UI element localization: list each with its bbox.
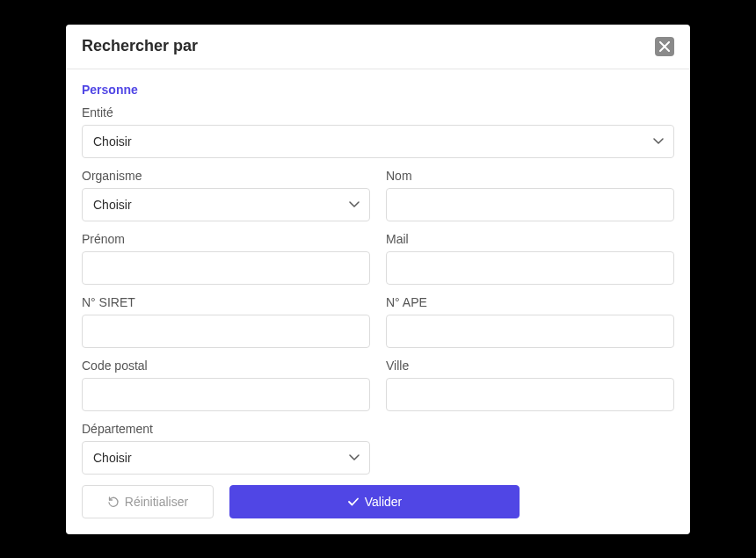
field-codepostal: Code postal (82, 359, 370, 411)
close-icon (659, 41, 670, 52)
select-departement[interactable]: Choisir (82, 441, 370, 475)
label-siret: N° SIRET (82, 295, 370, 309)
input-codepostal[interactable] (82, 378, 370, 411)
input-ville[interactable] (386, 378, 674, 411)
validate-button[interactable]: Valider (229, 485, 520, 518)
check-icon (347, 496, 360, 508)
undo-icon (107, 496, 120, 508)
field-prenom: Prénom (82, 232, 370, 285)
field-organisme: Organisme Choisir (82, 169, 370, 221)
row-organisme-nom: Organisme Choisir Nom (82, 169, 674, 221)
select-organisme[interactable]: Choisir (82, 188, 370, 221)
input-mail[interactable] (386, 251, 674, 285)
reset-label: Réinitialiser (125, 495, 188, 509)
label-codepostal: Code postal (82, 359, 370, 373)
label-nom: Nom (386, 169, 674, 183)
field-departement: Département Choisir (82, 422, 370, 475)
select-organisme-wrapper: Choisir (82, 188, 370, 221)
label-prenom: Prénom (82, 232, 370, 246)
row-codepostal-ville: Code postal Ville (82, 359, 674, 411)
field-siret: N° SIRET (82, 295, 370, 348)
field-ville: Ville (386, 359, 674, 411)
select-departement-wrapper: Choisir (82, 441, 370, 475)
select-entite[interactable]: Choisir (82, 125, 674, 158)
row-departement: Département Choisir (82, 422, 674, 475)
reset-button[interactable]: Réinitialiser (82, 485, 214, 518)
field-ape: N° APE (386, 295, 674, 348)
search-modal: Rechercher par Personne Entité Choisir (66, 25, 690, 534)
row-entite: Entité Choisir (82, 105, 674, 158)
close-button[interactable] (655, 37, 674, 56)
label-entite: Entité (82, 105, 674, 120)
field-nom: Nom (386, 169, 674, 221)
button-row: Réinitialiser Valider (82, 485, 674, 518)
label-organisme: Organisme (82, 169, 370, 183)
row-prenom-mail: Prénom Mail (82, 232, 674, 285)
input-prenom[interactable] (82, 251, 370, 285)
empty-col (386, 422, 674, 475)
validate-label: Valider (365, 495, 403, 509)
row-siret-ape: N° SIRET N° APE (82, 295, 674, 348)
input-ape[interactable] (386, 315, 674, 348)
modal-body: Personne Entité Choisir Organisme (66, 69, 690, 534)
tab-personne[interactable]: Personne (82, 83, 138, 97)
label-mail: Mail (386, 232, 674, 246)
label-departement: Département (82, 422, 370, 436)
modal-header: Rechercher par (66, 25, 690, 69)
select-entite-wrapper: Choisir (82, 125, 674, 158)
input-siret[interactable] (82, 315, 370, 348)
input-nom[interactable] (386, 188, 674, 221)
field-entite: Entité Choisir (82, 105, 674, 158)
label-ville: Ville (386, 359, 674, 373)
field-mail: Mail (386, 232, 674, 285)
modal-title: Rechercher par (82, 37, 198, 55)
label-ape: N° APE (386, 295, 674, 309)
